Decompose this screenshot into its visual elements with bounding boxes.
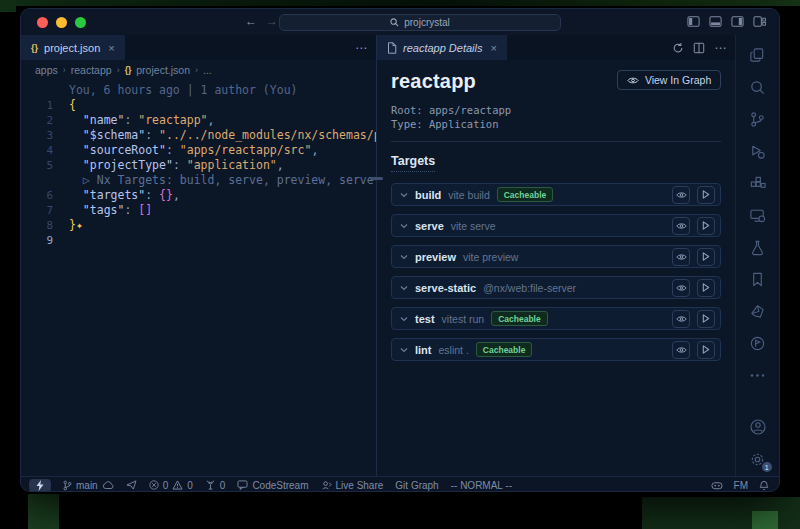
run-target-button[interactable] [697,248,715,266]
zoom-window-button[interactable] [75,17,86,28]
testing-icon[interactable] [747,236,769,258]
chevron-down-icon[interactable] [400,285,408,291]
nx-targets-codelens: ▷ [83,173,97,188]
panel-bottom-icon[interactable] [709,15,722,28]
breadcrumb-item[interactable]: project.json [136,64,190,76]
more-actions-icon[interactable]: ⋯ [355,41,367,55]
code-line[interactable]: 3 "$schema": "../../node_modules/nx/sche… [21,128,376,143]
show-target-config-button[interactable] [672,341,690,359]
refresh-icon[interactable] [672,42,684,54]
code-line[interactable]: 9 [21,233,376,248]
chevron-down-icon[interactable] [400,347,408,353]
code-token [69,158,83,173]
bell-icon[interactable] [759,480,769,491]
explorer-icon[interactable] [747,44,769,66]
code-line[interactable]: 8}✦ [21,218,376,233]
code-token: } [69,218,76,233]
target-row[interactable]: serve-static @nx/web:file-server [391,276,721,299]
git-branch-status[interactable]: main [63,480,114,491]
line-number: 1 [21,98,53,113]
source-control-icon[interactable] [747,108,769,130]
breadcrumb-item[interactable]: apps [35,64,58,76]
chevron-down-icon[interactable] [400,192,408,198]
code-line[interactable]: You, 6 hours ago | 1 author (You) [21,83,376,98]
show-target-config-button[interactable] [672,186,690,204]
target-row[interactable]: lint eslint . Cacheable [391,338,721,361]
live-share-icon [321,480,332,491]
liveshare-status[interactable]: Live Share [321,480,384,491]
eye-icon [676,346,687,354]
sidebar-left-icon[interactable] [687,15,700,28]
target-row[interactable]: test vitest run Cacheable [391,307,721,330]
settings-badge: 1 [762,462,772,472]
bookmarks-icon[interactable] [747,268,769,290]
code-line[interactable]: 6 "targets": {}, [21,188,376,203]
code-line[interactable]: 1{ [21,98,376,113]
gitgraph-status[interactable]: Git Graph [395,480,438,491]
settings-gear-icon[interactable]: 1 [747,448,769,470]
customize-layout-icon[interactable] [753,15,766,28]
target-row[interactable]: preview vite preview [391,245,721,268]
run-debug-icon[interactable] [747,140,769,162]
remote-indicator[interactable] [29,479,51,492]
target-command: vite serve [451,220,496,232]
run-target-button[interactable] [697,279,715,297]
forward-icon[interactable]: → [266,14,278,28]
code-token: : [166,143,180,158]
run-target-button[interactable] [697,217,715,235]
command-center-search[interactable]: projcrystal [279,14,561,31]
tab-bar-right: reactapp Details × ⋯ [377,35,735,60]
show-target-config-button[interactable] [672,248,690,266]
codestream-status[interactable]: CodeStream [237,480,308,491]
run-target-button[interactable] [697,310,715,328]
code-token: : [173,158,187,173]
vim-mode-indicator[interactable]: -- NORMAL -- [451,480,512,491]
code-line[interactable]: 4 "sourceRoot": "apps/reactapp/src", [21,143,376,158]
chevron-down-icon[interactable] [400,316,408,322]
sidebar-right-icon[interactable] [731,15,744,28]
code-line[interactable]: 2 "name": "reactapp", [21,113,376,128]
code-editor[interactable]: You, 6 hours ago | 1 author (You)1{2 "na… [21,79,376,476]
show-target-config-button[interactable] [672,279,690,297]
code-line[interactable]: 5 "projectType": "application", [21,158,376,173]
remote-explorer-icon[interactable] [747,204,769,226]
show-target-config-button[interactable] [672,217,690,235]
close-tab-icon[interactable]: × [108,42,114,54]
tab-project-json[interactable]: {} project.json × [21,35,125,60]
run-target-button[interactable] [697,341,715,359]
breadcrumb-item[interactable]: reactapp [71,64,112,76]
line-number [21,173,53,188]
chevron-down-icon[interactable] [400,254,408,260]
code-line[interactable]: ▷ Nx Targets: build, serve, preview, ser… [21,173,376,188]
nx-console-icon[interactable] [747,300,769,322]
more-actions-icon[interactable]: ⋯ [714,41,726,55]
tab-reactapp-details[interactable]: reactapp Details × [377,35,507,60]
fm-indicator[interactable]: FM [734,480,748,491]
search-icon[interactable] [747,76,769,98]
extensions-icon[interactable] [747,172,769,194]
show-target-config-button[interactable] [672,310,690,328]
editor-group-sash[interactable] [376,35,377,476]
copilot-icon[interactable] [711,480,723,491]
account-icon[interactable] [747,416,769,438]
back-icon[interactable]: ← [245,14,257,28]
view-in-graph-button[interactable]: View In Graph [617,70,721,90]
more-icon[interactable] [747,364,769,386]
flag-circle-icon[interactable] [747,332,769,354]
ports-status[interactable]: 0 [205,480,226,491]
close-tab-icon[interactable]: × [491,42,497,54]
split-editor-icon[interactable] [693,42,705,54]
target-row[interactable]: serve vite serve [391,214,721,237]
breadcrumb-item[interactable]: ... [203,64,212,76]
code-line[interactable]: 7 "tags": [] [21,203,376,218]
problems-status[interactable]: 0 0 [149,480,193,491]
target-row[interactable]: build vite build Cacheable [391,183,721,206]
close-window-button[interactable] [37,17,48,28]
sash-handle[interactable] [370,177,383,180]
chevron-down-icon[interactable] [400,223,408,229]
target-command: vite preview [463,251,518,263]
run-target-button[interactable] [697,186,715,204]
publish-status[interactable] [126,480,137,490]
search-icon [390,18,399,27]
minimize-window-button[interactable] [56,17,67,28]
